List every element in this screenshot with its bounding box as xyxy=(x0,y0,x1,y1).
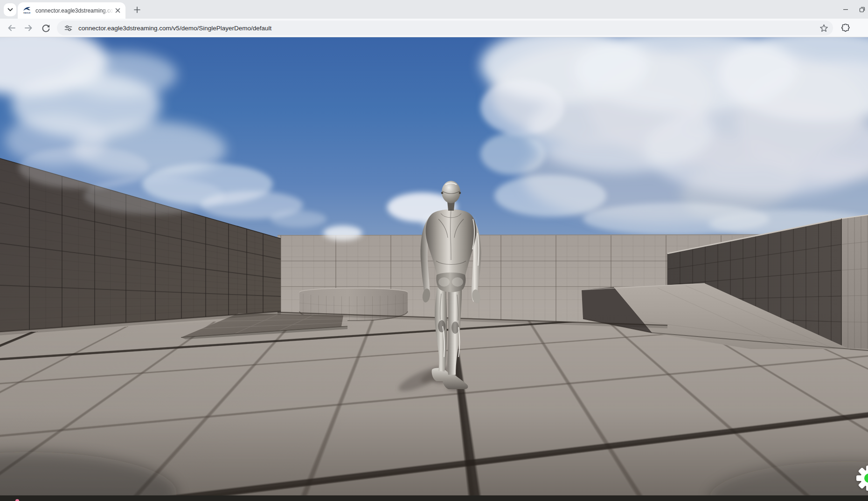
site-info-button[interactable] xyxy=(62,22,74,34)
extensions-button[interactable] xyxy=(838,20,854,36)
url-text[interactable]: connector.eagle3dstreaming.com/v5/demo/S… xyxy=(78,25,818,32)
chevron-down-icon xyxy=(7,8,13,12)
tab-close-button[interactable] xyxy=(113,7,122,15)
puzzle-piece-icon xyxy=(841,24,850,33)
gear-with-green-dot-icon xyxy=(856,465,868,491)
scene-3d xyxy=(0,37,868,495)
bookmark-star-button[interactable] xyxy=(818,22,829,34)
reload-icon xyxy=(42,24,50,33)
tab-title: connector.eagle3dstreaming.co xyxy=(35,7,113,14)
tab-search-button[interactable] xyxy=(4,3,16,16)
back-button[interactable] xyxy=(4,20,20,36)
forward-button[interactable] xyxy=(21,20,36,36)
browser-tab[interactable]: EAGLE connector.eagle3dstreaming.co xyxy=(18,2,125,19)
browser-window: EAGLE connector.eagle3dstreaming.co xyxy=(0,0,868,501)
minimize-icon xyxy=(843,7,848,12)
taskbar-accent-dot xyxy=(15,499,19,501)
restore-button[interactable] xyxy=(856,0,868,19)
game-viewport[interactable] xyxy=(0,37,868,495)
eagle-favicon-icon: EAGLE xyxy=(22,7,32,15)
arrow-left-icon xyxy=(7,24,16,32)
streaming-settings-gear-button[interactable] xyxy=(856,465,868,491)
arrow-right-icon xyxy=(24,24,33,32)
tab-strip: EAGLE connector.eagle3dstreaming.co xyxy=(0,0,868,19)
taskbar-edge xyxy=(0,495,868,501)
tune-sliders-icon xyxy=(64,24,72,32)
url-bar[interactable]: connector.eagle3dstreaming.com/v5/demo/S… xyxy=(57,21,833,35)
plus-icon xyxy=(134,7,140,13)
restore-window-icon xyxy=(859,7,865,13)
browser-toolbar: connector.eagle3dstreaming.com/v5/demo/S… xyxy=(0,19,868,37)
reload-button[interactable] xyxy=(38,20,54,36)
window-controls xyxy=(835,0,868,19)
new-tab-button[interactable] xyxy=(132,4,143,15)
floor-shading xyxy=(0,308,868,495)
star-outline-icon xyxy=(819,24,828,33)
close-icon xyxy=(115,8,120,13)
minimize-button[interactable] xyxy=(835,0,856,19)
